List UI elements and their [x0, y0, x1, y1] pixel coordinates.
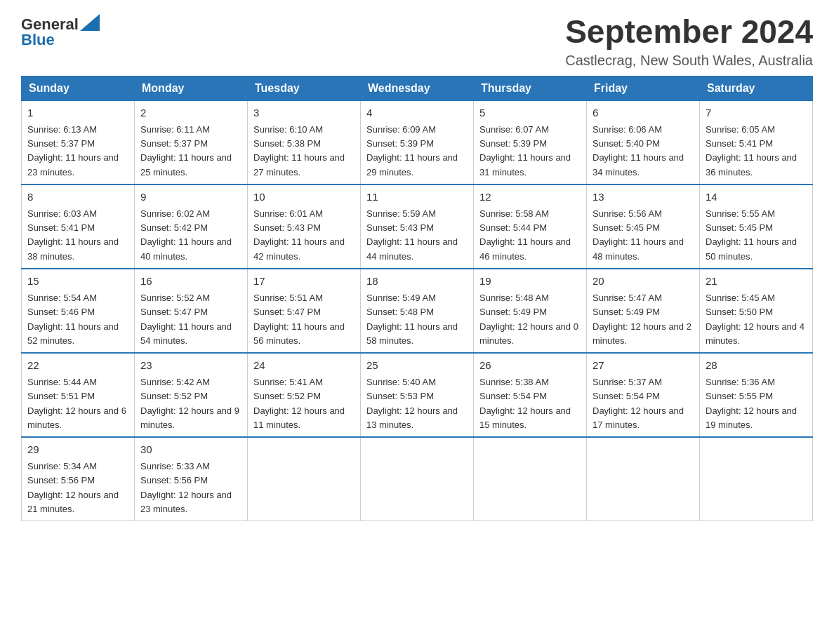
day-number: 7 [706, 105, 807, 121]
day-info: Sunrise: 5:37 AMSunset: 5:54 PMDaylight:… [593, 377, 684, 429]
day-number: 10 [253, 189, 355, 206]
day-number: 29 [27, 442, 128, 458]
weekday-header-friday: Friday [587, 76, 700, 100]
day-number: 18 [366, 274, 468, 290]
weekday-header-sunday: Sunday [22, 76, 135, 100]
calendar-day-cell [248, 437, 361, 521]
logo-general-text: General [21, 17, 79, 32]
location-subtitle: Castlecrag, New South Wales, Australia [565, 53, 813, 69]
day-info: Sunrise: 6:11 AMSunset: 5:37 PMDaylight:… [140, 124, 232, 177]
calendar-day-cell: 11 Sunrise: 5:59 AMSunset: 5:43 PMDaylig… [361, 185, 474, 269]
day-number: 28 [706, 358, 807, 374]
calendar-day-cell: 10 Sunrise: 6:01 AMSunset: 5:43 PMDaylig… [248, 185, 361, 269]
day-info: Sunrise: 6:03 AMSunset: 5:41 PMDaylight:… [27, 208, 119, 261]
calendar-day-cell [474, 437, 587, 521]
day-info: Sunrise: 5:55 AMSunset: 5:45 PMDaylight:… [706, 208, 797, 261]
calendar-day-cell: 17 Sunrise: 5:51 AMSunset: 5:47 PMDaylig… [248, 269, 361, 353]
weekday-header-wednesday: Wednesday [361, 76, 474, 100]
calendar-week-row: 1 Sunrise: 6:13 AMSunset: 5:37 PMDayligh… [22, 100, 813, 185]
day-number: 26 [479, 358, 581, 374]
day-info: Sunrise: 5:56 AMSunset: 5:45 PMDaylight:… [593, 208, 684, 261]
day-info: Sunrise: 6:13 AMSunset: 5:37 PMDaylight:… [27, 124, 119, 177]
day-info: Sunrise: 6:09 AMSunset: 5:39 PMDaylight:… [366, 124, 458, 177]
day-number: 17 [253, 274, 355, 290]
title-section: September 2024 Castlecrag, New South Wal… [565, 14, 813, 69]
calendar-week-row: 15 Sunrise: 5:54 AMSunset: 5:46 PMDaylig… [22, 269, 813, 353]
calendar-day-cell: 13 Sunrise: 5:56 AMSunset: 5:45 PMDaylig… [587, 185, 700, 269]
day-info: Sunrise: 5:58 AMSunset: 5:44 PMDaylight:… [479, 208, 571, 261]
day-info: Sunrise: 5:59 AMSunset: 5:43 PMDaylight:… [366, 208, 458, 261]
day-info: Sunrise: 5:42 AMSunset: 5:52 PMDaylight:… [140, 377, 239, 429]
calendar-day-cell: 24 Sunrise: 5:41 AMSunset: 5:52 PMDaylig… [248, 353, 361, 437]
day-info: Sunrise: 6:05 AMSunset: 5:41 PMDaylight:… [706, 124, 797, 177]
day-info: Sunrise: 5:40 AMSunset: 5:53 PMDaylight:… [366, 377, 458, 429]
calendar-week-row: 8 Sunrise: 6:03 AMSunset: 5:41 PMDayligh… [22, 185, 813, 269]
calendar-day-cell: 7 Sunrise: 6:05 AMSunset: 5:41 PMDayligh… [700, 100, 813, 185]
weekday-header-tuesday: Tuesday [248, 76, 361, 100]
day-info: Sunrise: 6:01 AMSunset: 5:43 PMDaylight:… [253, 208, 345, 261]
logo-blue-text: Blue [21, 31, 55, 48]
logo: General Blue [21, 14, 100, 48]
logo-triangle-icon [80, 14, 100, 31]
day-info: Sunrise: 6:10 AMSunset: 5:38 PMDaylight:… [253, 124, 345, 177]
day-info: Sunrise: 5:47 AMSunset: 5:49 PMDaylight:… [593, 293, 691, 345]
day-info: Sunrise: 6:06 AMSunset: 5:40 PMDaylight:… [593, 124, 684, 177]
day-info: Sunrise: 6:07 AMSunset: 5:39 PMDaylight:… [479, 124, 571, 177]
day-number: 8 [27, 189, 128, 206]
calendar-day-cell: 3 Sunrise: 6:10 AMSunset: 5:38 PMDayligh… [248, 100, 361, 185]
calendar-day-cell: 12 Sunrise: 5:58 AMSunset: 5:44 PMDaylig… [474, 185, 587, 269]
calendar-day-cell: 6 Sunrise: 6:06 AMSunset: 5:40 PMDayligh… [587, 100, 700, 185]
day-number: 14 [706, 189, 807, 206]
day-number: 13 [593, 189, 694, 206]
calendar-day-cell: 1 Sunrise: 6:13 AMSunset: 5:37 PMDayligh… [22, 100, 135, 185]
day-number: 6 [593, 105, 694, 121]
page-header: General Blue September 2024 Castlecrag, … [21, 14, 813, 69]
day-number: 22 [27, 358, 128, 374]
day-info: Sunrise: 5:36 AMSunset: 5:55 PMDaylight:… [706, 377, 797, 429]
calendar-day-cell: 8 Sunrise: 6:03 AMSunset: 5:41 PMDayligh… [22, 185, 135, 269]
calendar-day-cell: 23 Sunrise: 5:42 AMSunset: 5:52 PMDaylig… [135, 353, 248, 437]
day-number: 15 [27, 274, 128, 290]
calendar-week-row: 22 Sunrise: 5:44 AMSunset: 5:51 PMDaylig… [22, 353, 813, 437]
day-info: Sunrise: 5:49 AMSunset: 5:48 PMDaylight:… [366, 293, 458, 345]
calendar-day-cell: 27 Sunrise: 5:37 AMSunset: 5:54 PMDaylig… [587, 353, 700, 437]
calendar-day-cell: 30 Sunrise: 5:33 AMSunset: 5:56 PMDaylig… [135, 437, 248, 521]
day-number: 1 [27, 105, 128, 121]
svg-marker-0 [80, 14, 100, 31]
calendar-day-cell: 26 Sunrise: 5:38 AMSunset: 5:54 PMDaylig… [474, 353, 587, 437]
calendar-day-cell: 21 Sunrise: 5:45 AMSunset: 5:50 PMDaylig… [700, 269, 813, 353]
weekday-header-thursday: Thursday [474, 76, 587, 100]
weekday-header-row: SundayMondayTuesdayWednesdayThursdayFrid… [22, 76, 813, 100]
day-number: 21 [706, 274, 807, 290]
calendar-day-cell: 4 Sunrise: 6:09 AMSunset: 5:39 PMDayligh… [361, 100, 474, 185]
calendar-day-cell: 20 Sunrise: 5:47 AMSunset: 5:49 PMDaylig… [587, 269, 700, 353]
calendar-table: SundayMondayTuesdayWednesdayThursdayFrid… [21, 76, 813, 521]
day-info: Sunrise: 5:45 AMSunset: 5:50 PMDaylight:… [706, 293, 805, 345]
day-info: Sunrise: 6:02 AMSunset: 5:42 PMDaylight:… [140, 208, 232, 261]
calendar-day-cell: 9 Sunrise: 6:02 AMSunset: 5:42 PMDayligh… [135, 185, 248, 269]
day-number: 27 [593, 358, 694, 374]
calendar-day-cell: 16 Sunrise: 5:52 AMSunset: 5:47 PMDaylig… [135, 269, 248, 353]
weekday-header-monday: Monday [135, 76, 248, 100]
calendar-day-cell: 15 Sunrise: 5:54 AMSunset: 5:46 PMDaylig… [22, 269, 135, 353]
calendar-day-cell: 29 Sunrise: 5:34 AMSunset: 5:56 PMDaylig… [22, 437, 135, 521]
day-info: Sunrise: 5:44 AMSunset: 5:51 PMDaylight:… [27, 377, 126, 429]
day-number: 30 [140, 442, 241, 458]
calendar-day-cell [361, 437, 474, 521]
weekday-header-saturday: Saturday [700, 76, 813, 100]
calendar-week-row: 29 Sunrise: 5:34 AMSunset: 5:56 PMDaylig… [22, 437, 813, 521]
logo-combined: General Blue [21, 14, 100, 48]
calendar-day-cell: 5 Sunrise: 6:07 AMSunset: 5:39 PMDayligh… [474, 100, 587, 185]
calendar-day-cell [587, 437, 700, 521]
day-number: 25 [366, 358, 468, 374]
day-number: 11 [366, 189, 468, 206]
month-year-title: September 2024 [565, 14, 813, 50]
calendar-day-cell: 18 Sunrise: 5:49 AMSunset: 5:48 PMDaylig… [361, 269, 474, 353]
day-number: 4 [366, 105, 468, 121]
day-info: Sunrise: 5:54 AMSunset: 5:46 PMDaylight:… [27, 293, 119, 345]
day-number: 5 [479, 105, 581, 121]
calendar-day-cell: 25 Sunrise: 5:40 AMSunset: 5:53 PMDaylig… [361, 353, 474, 437]
day-number: 2 [140, 105, 241, 121]
day-number: 3 [253, 105, 355, 121]
day-info: Sunrise: 5:38 AMSunset: 5:54 PMDaylight:… [479, 377, 571, 429]
